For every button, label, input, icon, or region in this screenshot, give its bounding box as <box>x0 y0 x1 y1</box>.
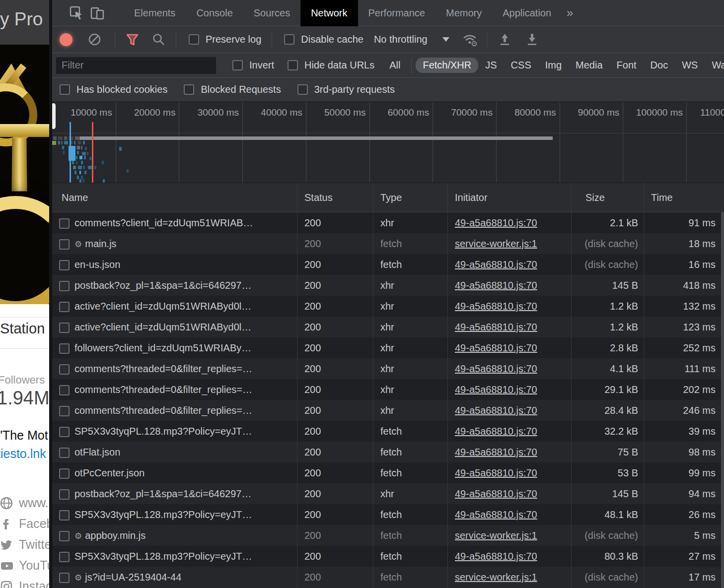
tab-elements[interactable]: Elements <box>124 0 186 26</box>
initiator-link[interactable]: 49-a5a68810.js:70 <box>455 301 537 312</box>
row-checkbox[interactable] <box>59 364 70 375</box>
social-link-facebook[interactable]: Faceb <box>0 515 50 535</box>
hide-data-urls-checkbox[interactable] <box>288 60 298 70</box>
3rd-party-requests-checkbox[interactable] <box>297 84 308 95</box>
overview-drag-handle[interactable] <box>52 103 56 129</box>
table-row[interactable]: otPcCenter.json200fetch49-a5a68810.js:70… <box>52 462 724 483</box>
tab-memory[interactable]: Memory <box>435 0 492 26</box>
initiator-link[interactable]: 49-a5a68810.js:70 <box>455 322 537 332</box>
request-name[interactable]: otFlat.json <box>74 442 297 462</box>
row-checkbox[interactable] <box>59 468 70 479</box>
initiator-link[interactable]: 49-a5a68810.js:70 <box>455 467 537 478</box>
tab-performance[interactable]: Performance <box>358 0 436 26</box>
disable-cache-checkbox[interactable] <box>284 34 294 45</box>
tab-network[interactable]: Network <box>300 0 358 26</box>
type-filter-ws[interactable]: WS <box>675 58 705 73</box>
hide-data-urls-label[interactable]: Hide data URLs <box>304 60 374 71</box>
network-overview-timeline[interactable]: 10000 ms20000 ms30000 ms40000 ms50000 ms… <box>52 102 724 183</box>
type-filter-media[interactable]: Media <box>569 58 609 73</box>
search-icon[interactable] <box>152 33 165 46</box>
preserve-log-checkbox[interactable] <box>189 34 199 45</box>
column-divider[interactable] <box>571 183 572 588</box>
network-conditions-icon[interactable] <box>462 32 478 47</box>
table-row[interactable]: comments?threaded=0&filter_replies=…200x… <box>52 400 724 421</box>
column-header-name[interactable]: Name <box>55 183 88 213</box>
import-har-icon[interactable] <box>499 33 511 47</box>
request-name[interactable]: postback?oz_pl=1&spa=1&ci=646297… <box>74 483 297 504</box>
initiator-link[interactable]: 49-a5a68810.js:70 <box>455 551 537 562</box>
tab-application[interactable]: Application <box>492 0 562 26</box>
disable-cache-label[interactable]: Disable cache <box>301 34 363 45</box>
station-label[interactable]: Station <box>0 321 45 337</box>
request-name[interactable]: comments?threaded=0&filter_replies=… <box>74 400 297 421</box>
request-name[interactable]: SP5X3v3tyqPL.128.mp3?Policy=eyJT… <box>74 421 297 442</box>
initiator-link[interactable]: 49-a5a68810.js:70 <box>455 342 537 353</box>
row-checkbox[interactable] <box>59 218 70 229</box>
type-filter-img[interactable]: Img <box>538 58 569 73</box>
filter-icon[interactable] <box>126 33 139 46</box>
table-row[interactable]: ⚙appboy.min.js200fetchservice-worker.js:… <box>52 525 724 546</box>
column-header-time[interactable]: Time <box>644 183 673 213</box>
table-row[interactable]: otFlat.json200fetch49-a5a68810.js:7075 B… <box>52 442 724 462</box>
request-name[interactable]: followers?client_id=zdUqm51WRIABy… <box>74 337 297 358</box>
type-filter-all[interactable]: All <box>382 58 407 73</box>
initiator-link[interactable]: 49-a5a68810.js:70 <box>455 217 537 228</box>
row-checkbox[interactable] <box>59 406 70 416</box>
row-checkbox[interactable] <box>59 281 70 291</box>
initiator-link[interactable]: 49-a5a68810.js:70 <box>455 405 537 416</box>
table-row[interactable]: postback?oz_pl=1&spa=1&ci=646297…200xhr4… <box>52 275 724 296</box>
request-name[interactable]: ⚙main.js <box>74 233 297 254</box>
initiator-link[interactable]: 49-a5a68810.js:70 <box>455 447 537 457</box>
row-checkbox[interactable] <box>59 323 70 333</box>
row-checkbox[interactable] <box>59 489 70 500</box>
device-toolbar-icon[interactable] <box>90 5 105 20</box>
type-filter-js[interactable]: JS <box>478 58 504 73</box>
table-row[interactable]: ⚙main.js200fetchservice-worker.js:1(disk… <box>52 233 724 254</box>
table-row[interactable]: en-us.json200fetch49-a5a68810.js:70(disk… <box>52 254 724 275</box>
initiator-link[interactable]: 49-a5a68810.js:70 <box>455 280 537 291</box>
blocked-requests-checkbox[interactable] <box>184 84 194 95</box>
table-row[interactable]: active?client_id=zdUqm51WRIAByd0l…200xhr… <box>52 317 724 337</box>
request-name[interactable]: comments?threaded=0&filter_replies=… <box>74 358 297 379</box>
type-filter-font[interactable]: Font <box>610 58 644 73</box>
initiator-link[interactable]: 49-a5a68810.js:70 <box>455 363 537 374</box>
has-blocked-cookies-label[interactable]: Has blocked cookies <box>76 84 167 95</box>
column-divider[interactable] <box>297 183 297 588</box>
row-checkbox[interactable] <box>59 385 70 395</box>
column-header-size[interactable]: Size <box>579 183 605 213</box>
row-checkbox[interactable] <box>59 260 70 270</box>
column-header-type[interactable]: Type <box>373 183 402 213</box>
bio-link[interactable]: tiesto.lnk <box>0 447 46 461</box>
type-filter-fetchxhr[interactable]: Fetch/XHR <box>416 58 478 73</box>
table-row[interactable]: ⚙js?id=UA-2519404-44200fetchservice-work… <box>52 567 724 588</box>
request-name[interactable]: comments?client_id=zdUqm51WRIAB… <box>74 212 297 233</box>
initiator-link[interactable]: 49-a5a68810.js:70 <box>455 509 537 520</box>
has-blocked-cookies-checkbox[interactable] <box>60 84 70 95</box>
record-button[interactable] <box>60 33 72 46</box>
invert-label[interactable]: Invert <box>249 60 274 71</box>
table-scrollbar[interactable] <box>721 212 724 588</box>
throttling-select[interactable]: No throttling <box>374 34 428 45</box>
inspect-icon[interactable] <box>69 5 84 20</box>
table-row[interactable]: comments?client_id=zdUqm51WRIAB…200xhr49… <box>52 212 724 233</box>
row-checkbox[interactable] <box>59 573 70 583</box>
tab-sources[interactable]: Sources <box>243 0 300 26</box>
3rd-party-requests-label[interactable]: 3rd-party requests <box>314 84 395 95</box>
row-checkbox[interactable] <box>59 510 70 521</box>
request-name[interactable]: postback?oz_pl=1&spa=1&ci=646297… <box>74 275 297 296</box>
initiator-link[interactable]: 49-a5a68810.js:70 <box>455 426 537 437</box>
column-divider[interactable] <box>447 183 448 588</box>
column-divider[interactable] <box>373 183 373 588</box>
table-row[interactable]: SP5X3v3tyqPL.128.mp3?Policy=eyJT…200fetc… <box>52 546 724 567</box>
table-row[interactable]: comments?threaded=0&filter_replies=…200x… <box>52 379 724 400</box>
column-divider[interactable] <box>644 183 644 588</box>
clear-network-log-icon[interactable] <box>88 33 101 46</box>
caret-down-icon[interactable] <box>442 37 449 42</box>
table-row[interactable]: SP5X3v3tyqPL.128.mp3?Policy=eyJT…200fetc… <box>52 421 724 442</box>
row-checkbox[interactable] <box>59 427 70 437</box>
filter-input[interactable] <box>56 57 216 74</box>
social-link-twitter[interactable]: Twitte <box>0 535 50 556</box>
request-name[interactable]: ⚙appboy.min.js <box>74 525 297 546</box>
column-header-initiator[interactable]: Initiator <box>448 183 488 213</box>
social-link-globe[interactable]: www. <box>0 494 50 515</box>
